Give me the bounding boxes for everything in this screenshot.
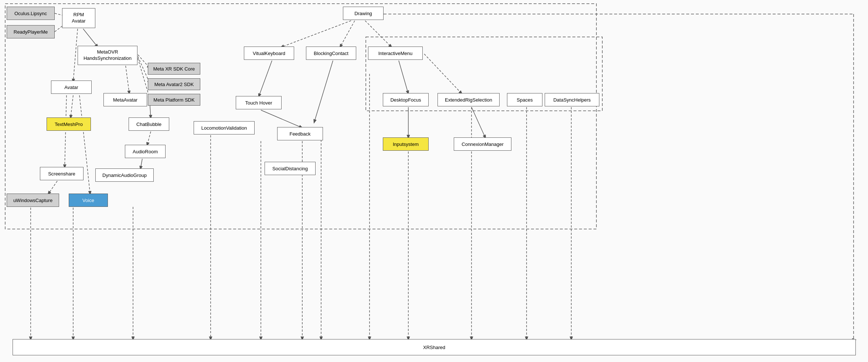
node-label: BlockingContact bbox=[314, 51, 348, 56]
node-voice: Voice bbox=[69, 194, 108, 207]
node-label: Oculus.Lipsync bbox=[14, 11, 47, 16]
node-label: uWindowsCapture bbox=[13, 198, 52, 203]
svg-line-13 bbox=[147, 132, 151, 146]
node-meta-avatar2: Meta Avatar2 SDK bbox=[148, 78, 200, 90]
node-connexionmanager: ConnexionManager bbox=[454, 137, 511, 151]
node-dynamicaudiogroup: DynamicAudioGroup bbox=[95, 168, 154, 182]
node-label: Drawing bbox=[354, 11, 372, 16]
node-label: Meta Platform SDK bbox=[153, 97, 194, 103]
node-label: Screenshare bbox=[48, 171, 75, 177]
node-feedback: Feedback bbox=[277, 127, 323, 140]
node-metaovr: MetaOVRHandsSynchronization bbox=[78, 46, 137, 65]
svg-line-23 bbox=[424, 54, 462, 94]
node-label: SocialDistancing bbox=[272, 166, 308, 171]
node-label: Meta XR SDK Core bbox=[153, 66, 195, 72]
node-textmeshpro: TextMeshPro bbox=[47, 117, 91, 131]
node-uwindowscapture: uWindowsCapture bbox=[7, 194, 59, 207]
node-label: ConnexionManager bbox=[462, 141, 503, 147]
node-label: MetaAvatar bbox=[113, 97, 137, 103]
node-datasynchelpers: DataSyncHelpers bbox=[545, 93, 599, 106]
node-label: LocomotionValidation bbox=[201, 125, 247, 131]
node-label: InteractiveMenu bbox=[378, 51, 413, 56]
node-label: Touch Hover bbox=[245, 100, 272, 106]
node-label: ChatBubble bbox=[136, 122, 161, 127]
svg-line-14 bbox=[140, 159, 142, 169]
svg-line-16 bbox=[261, 110, 302, 128]
node-screenshare: Screenshare bbox=[40, 167, 84, 180]
node-socialdistancing: SocialDistancing bbox=[265, 162, 316, 175]
svg-line-18 bbox=[365, 21, 392, 47]
node-inputsystem: Inputsystem bbox=[383, 137, 429, 151]
node-label: Feedback bbox=[289, 131, 310, 137]
node-metaavatar: MetaAvatar bbox=[103, 93, 147, 106]
svg-line-17 bbox=[314, 61, 333, 123]
svg-line-20 bbox=[281, 21, 351, 47]
node-vitualKeyboard: VitualKeyboard bbox=[244, 47, 294, 60]
node-touchhover: Touch Hover bbox=[236, 96, 282, 109]
svg-line-21 bbox=[399, 61, 408, 94]
node-rpm-avatar: RPMAvatar bbox=[62, 8, 95, 28]
node-drawing: Drawing bbox=[343, 7, 384, 20]
node-label: TextMeshPro bbox=[55, 122, 83, 127]
svg-line-9 bbox=[65, 95, 67, 168]
node-interactivemenu: InteractiveMenu bbox=[368, 47, 423, 60]
node-meta-platform: Meta Platform SDK bbox=[148, 94, 200, 106]
node-label: DynamicAudioGroup bbox=[102, 173, 147, 178]
node-xrshared: XRShared bbox=[13, 339, 856, 355]
node-label: Spaces bbox=[517, 97, 532, 103]
node-label: Avatar bbox=[64, 85, 78, 90]
node-label: ExtendedRigSelection bbox=[445, 97, 492, 103]
node-label: DesktopFocus bbox=[390, 97, 421, 103]
node-label: MetaOVRHandsSynchronization bbox=[84, 49, 132, 62]
node-avatar: Avatar bbox=[51, 81, 92, 94]
node-label: ReadyPlayerMe bbox=[14, 29, 48, 35]
svg-line-19 bbox=[340, 21, 355, 47]
svg-line-24 bbox=[472, 107, 486, 138]
node-label: AudioRoom bbox=[133, 149, 158, 154]
node-meta-xr-sdk: Meta XR SDK Core bbox=[148, 63, 200, 75]
node-locomotionvalidation: LocomotionValidation bbox=[194, 121, 255, 134]
node-blockingcontact: BlockingContact bbox=[306, 47, 356, 60]
svg-line-11 bbox=[48, 181, 57, 194]
svg-line-3 bbox=[73, 29, 78, 82]
svg-line-8 bbox=[71, 95, 73, 118]
svg-line-2 bbox=[83, 29, 98, 47]
svg-line-7 bbox=[126, 66, 129, 94]
node-label: RPMAvatar bbox=[72, 12, 85, 24]
node-chatbubble: ChatBubble bbox=[129, 117, 169, 131]
node-label: Inputsystem bbox=[393, 141, 419, 147]
node-label: Voice bbox=[82, 198, 94, 203]
svg-line-15 bbox=[259, 61, 272, 97]
node-extendedrigselection: ExtendedRigSelection bbox=[438, 93, 500, 106]
node-label: XRShared bbox=[423, 345, 445, 350]
node-desktopfocus: DesktopFocus bbox=[383, 93, 429, 106]
node-label: Meta Avatar2 SDK bbox=[154, 82, 194, 87]
diagram-container: Oculus.Lipsync ReadyPlayerMe RPMAvatar M… bbox=[0, 0, 868, 362]
node-label: DataSyncHelpers bbox=[553, 97, 590, 103]
node-spaces: Spaces bbox=[507, 93, 542, 106]
node-audioroom: AudioRoom bbox=[125, 145, 166, 158]
node-readyplayerme: ReadyPlayerMe bbox=[7, 25, 55, 38]
node-label: VitualKeyboard bbox=[253, 51, 285, 56]
node-oculus-lipsync: Oculus.Lipsync bbox=[7, 7, 55, 20]
